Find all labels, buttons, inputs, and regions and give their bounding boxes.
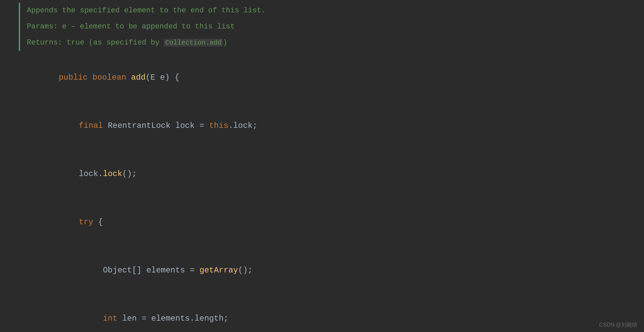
line-final-lock: final ReentrantLock lock = this.lock; [0, 102, 644, 150]
keyword-final: final [79, 121, 108, 130]
doc-line-1: Appends the specified element to the end… [27, 3, 266, 19]
var-lock: lock [79, 169, 98, 178]
watermark: CSDN @刘晓晴 [599, 322, 637, 329]
type-reentrantlock: ReentrantLock [108, 121, 171, 130]
bracket1: [] [132, 266, 142, 275]
line-method-sig: public boolean add(E e) { [0, 54, 644, 102]
var-len: len = elements.length; [122, 314, 229, 323]
keyword-boolean: boolean [92, 73, 131, 82]
line-lock-lock: lock.lock(); [0, 150, 644, 198]
method-getarray: getArray [199, 266, 238, 275]
param-e: e) { [155, 73, 179, 82]
parens-getarray: (); [238, 266, 253, 275]
dot2: . [98, 169, 103, 178]
parens-lock: (); [122, 169, 137, 178]
line-object-elements: Object[] elements = getArray(); [0, 246, 644, 295]
doc-line-2: Params: e – element to be appended to th… [27, 19, 266, 35]
code-area: public boolean add(E e) { final Reentran… [0, 54, 644, 332]
method-lock: lock [103, 169, 122, 178]
method-add: add [131, 73, 145, 82]
line-int-len: int len = elements.length; [0, 295, 644, 332]
type-E: E [150, 73, 155, 82]
keyword-try: try [79, 218, 98, 227]
brace-try-open: { [98, 218, 103, 227]
keyword-this: this [209, 121, 229, 130]
keyword-int: int [103, 314, 122, 323]
type-object1: Object [103, 266, 132, 275]
keyword-public: public [59, 73, 92, 82]
paren-open: ( [145, 73, 150, 82]
dot1: .lock; [229, 121, 257, 130]
var-lock-assign: lock = [171, 121, 209, 130]
code-editor: Appends the specified element to the end… [0, 0, 644, 332]
doc-line-3: Returns: true (as specified by Collectio… [27, 35, 266, 51]
line-try: try { [0, 198, 644, 246]
var-elements-assign: elements = [141, 266, 199, 275]
